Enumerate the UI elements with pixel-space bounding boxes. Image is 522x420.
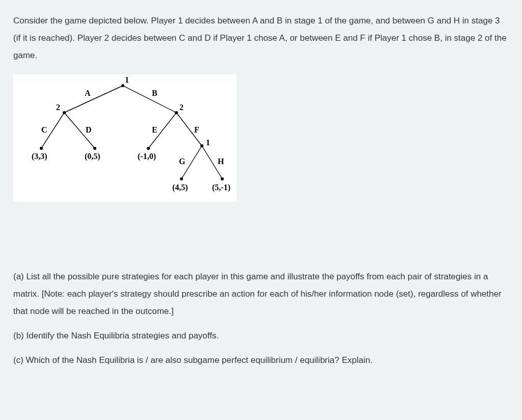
- problem-intro: Consider the game depicted below. Player…: [13, 12, 509, 64]
- branch-G: G: [179, 157, 185, 166]
- node-p1-sub: 1: [206, 138, 210, 147]
- questions-block: (a) List all the possible pure strategie…: [13, 268, 509, 369]
- payoff-G: (4,5): [172, 183, 188, 192]
- svg-point-13: [147, 147, 150, 150]
- svg-point-11: [40, 147, 43, 150]
- svg-line-0: [64, 86, 123, 113]
- node-right-p2: 2: [179, 103, 184, 112]
- svg-line-1: [123, 86, 176, 113]
- payoff-E: (-1,0): [138, 152, 156, 161]
- svg-point-12: [93, 147, 96, 150]
- payoff-C: (3,3): [32, 152, 47, 161]
- branch-E: E: [152, 125, 158, 135]
- question-b: (b) Identify the Nash Equilibria strateg…: [13, 327, 509, 345]
- svg-point-10: [175, 111, 178, 114]
- game-tree-diagram: 1 2 2 1 A B C D E F G H (3,3) (0,5) (-1,…: [13, 74, 237, 202]
- node-left-p2: 2: [56, 103, 60, 112]
- svg-point-16: [221, 177, 224, 180]
- svg-point-9: [63, 111, 66, 114]
- payoff-H: (5,-1): [212, 183, 230, 192]
- branch-C: C: [41, 125, 47, 135]
- svg-point-14: [200, 144, 203, 147]
- branch-H: H: [218, 157, 224, 166]
- node-root: 1: [125, 75, 129, 85]
- branch-D: D: [86, 125, 92, 135]
- branch-A: A: [85, 89, 91, 98]
- question-c: (c) Which of the Nash Equilibria is / ar…: [13, 352, 509, 369]
- svg-point-15: [180, 177, 183, 180]
- tree-svg: [13, 74, 237, 202]
- payoff-D: (0,5): [85, 152, 100, 161]
- svg-point-8: [121, 84, 124, 87]
- question-a: (a) List all the possible pure strategie…: [13, 268, 509, 320]
- branch-B: B: [152, 89, 158, 98]
- branch-F: F: [194, 125, 199, 135]
